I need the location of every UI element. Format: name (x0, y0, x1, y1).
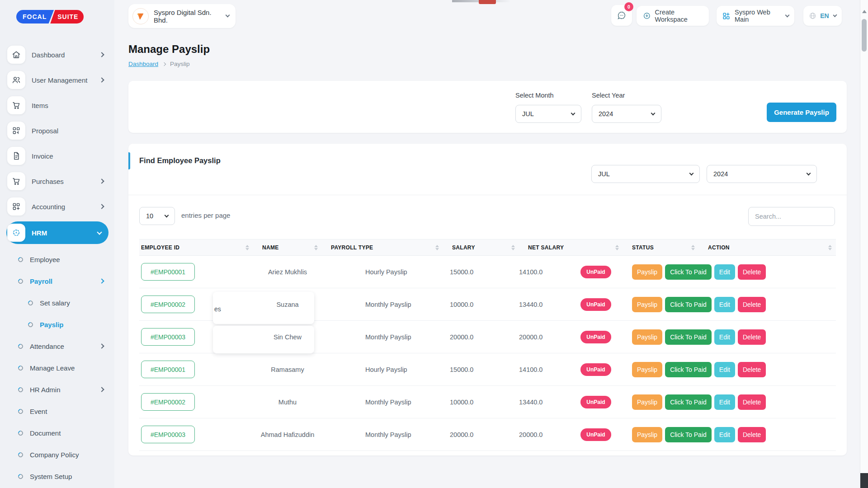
status-cell: UnPaid (560, 396, 632, 408)
section-accent-bar (128, 152, 130, 169)
search-input[interactable] (748, 207, 835, 226)
create-workspace-button[interactable]: Create Workspace (637, 6, 709, 26)
hrm-icon (7, 224, 25, 242)
sidebar-item-invoice[interactable]: Invoice (0, 145, 114, 166)
payslip-button[interactable]: Payslip (632, 297, 662, 312)
edit-button[interactable]: Edit (714, 362, 735, 377)
column-header-name[interactable]: NAME (253, 239, 322, 255)
click-to-paid-button[interactable]: Click To Paid (665, 362, 712, 377)
globe-icon (809, 11, 816, 20)
notification-toast-edge (479, 0, 496, 4)
sidebar-item-label: HRM (32, 229, 47, 237)
delete-button[interactable]: Delete (738, 329, 766, 345)
delete-button[interactable]: Delete (738, 264, 766, 280)
payroll-type-cell: Monthly Payslip (322, 431, 443, 438)
table-row: #EMP00002 Muthu Monthly Payslip 10000.0 … (139, 386, 836, 418)
sidebar-item-payroll[interactable]: Payroll (0, 270, 114, 292)
edit-button[interactable]: Edit (714, 264, 735, 280)
name-cell: Muthu (253, 399, 322, 406)
generate-payslip-button[interactable]: Generate Payslip (767, 103, 836, 122)
click-to-paid-button[interactable]: Click To Paid (665, 264, 712, 280)
divider (128, 195, 847, 195)
column-header-action[interactable]: ACTION (699, 239, 836, 255)
sidebar-item-system-setup[interactable]: System Setup (0, 465, 114, 487)
delete-button[interactable]: Delete (738, 297, 766, 312)
scrollbar[interactable] (860, 0, 868, 488)
breadcrumb-dashboard-link[interactable]: Dashboard (128, 61, 158, 67)
employee-id-badge[interactable]: #EMP00001 (141, 263, 195, 281)
company-selector[interactable]: Syspro Digital Sdn. Bhd. (128, 4, 236, 28)
cart-icon (7, 96, 25, 114)
sidebar-item-document[interactable]: Document (0, 422, 114, 444)
employee-id-badge[interactable]: #EMP00003 (141, 328, 195, 346)
sidebar-item-user-management[interactable]: User Management (0, 70, 114, 90)
find-year-select[interactable]: 2024 (707, 165, 817, 183)
edit-button[interactable]: Edit (714, 297, 735, 312)
sidebar-item-event[interactable]: Event (0, 400, 114, 422)
workspace-selector[interactable]: Syspro Web Main (717, 6, 794, 26)
scrollbar-up-arrow-icon[interactable] (862, 10, 867, 13)
column-header-payroll-type[interactable]: PAYROLL TYPE (322, 239, 443, 255)
sidebar-item-accounting[interactable]: Accounting (0, 196, 114, 217)
delete-button[interactable]: Delete (738, 427, 766, 442)
delete-button[interactable]: Delete (738, 362, 766, 377)
column-header-employee-id[interactable]: EMPLOYEE ID (139, 239, 253, 255)
status-badge: UnPaid (580, 428, 611, 441)
sidebar-item-attendance[interactable]: Attendance (0, 335, 114, 357)
delete-button[interactable]: Delete (738, 394, 766, 410)
payslip-button[interactable]: Payslip (632, 427, 662, 442)
employee-id-badge[interactable]: #EMP00001 (141, 361, 195, 378)
edit-button[interactable]: Edit (714, 427, 735, 442)
click-to-paid-button[interactable]: Click To Paid (665, 427, 712, 442)
payslip-button[interactable]: Payslip (632, 394, 662, 410)
employee-id-badge[interactable]: #EMP00002 (141, 393, 195, 411)
salary-cell: 15000.0 (443, 268, 519, 276)
chevron-down-icon (807, 171, 811, 175)
column-header-net-salary[interactable]: NET SALARY (519, 239, 623, 255)
edit-button[interactable]: Edit (714, 394, 735, 410)
sidebar-item-company-policy[interactable]: Company Policy (0, 444, 114, 465)
home-icon (7, 46, 25, 64)
sidebar-item-payslip[interactable]: Payslip (0, 314, 114, 335)
grid-plus-icon (7, 197, 25, 216)
sidebar-item-dashboard[interactable]: Dashboard (0, 44, 114, 65)
sidebar-item-manage-leave[interactable]: Manage Leave (0, 357, 114, 379)
sidebar-item-items[interactable]: Items (0, 95, 114, 116)
cart-icon (7, 172, 25, 190)
company-logo-icon (132, 8, 149, 24)
sidebar-item-set-salary[interactable]: Set salary (0, 292, 114, 314)
sort-icon (435, 245, 439, 250)
chevron-down-icon (97, 230, 102, 235)
scrollbar-thumb[interactable] (862, 19, 867, 52)
language-selector[interactable]: EN (803, 6, 842, 26)
edit-button[interactable]: Edit (714, 329, 735, 345)
actions-cell: Payslip Click To Paid Edit Delete (632, 297, 836, 312)
net-salary-cell: 13440.0 (519, 301, 560, 308)
click-to-paid-button[interactable]: Click To Paid (665, 297, 712, 312)
year-select[interactable]: 2024 (592, 105, 661, 123)
sidebar-item-proposal[interactable]: Proposal (0, 120, 114, 141)
payslip-button[interactable]: Payslip (632, 264, 662, 280)
sidebar-item-purchases[interactable]: Purchases (0, 171, 114, 192)
sidebar-item-hrm[interactable]: HRM (6, 221, 108, 244)
click-to-paid-button[interactable]: Click To Paid (665, 394, 712, 410)
bullet-icon (27, 321, 34, 328)
sidebar-item-hr-admin[interactable]: HR Admin (0, 379, 114, 400)
find-month-select[interactable]: JUL (591, 165, 700, 183)
chat-icon (617, 10, 627, 20)
sort-icon (828, 245, 832, 250)
sidebar-item-employee[interactable]: Employee (0, 249, 114, 270)
section-title: Find Employee Payslip (139, 156, 221, 165)
employee-id-badge[interactable]: #EMP00003 (141, 426, 195, 443)
column-header-salary[interactable]: SALARY (443, 239, 519, 255)
column-header-status[interactable]: STATUS (623, 239, 699, 255)
employee-id-badge[interactable]: #EMP00002 (141, 296, 195, 313)
payslip-button[interactable]: Payslip (632, 362, 662, 377)
page-size-select[interactable]: 10 (139, 207, 175, 225)
click-to-paid-button[interactable]: Click To Paid (665, 329, 712, 345)
payslip-button[interactable]: Payslip (632, 329, 662, 345)
month-select[interactable]: JUL (515, 105, 581, 123)
brand-logo: FOCAL SUITE (16, 10, 84, 23)
chevron-down-icon (689, 171, 694, 175)
chevron-down-icon (226, 13, 230, 18)
